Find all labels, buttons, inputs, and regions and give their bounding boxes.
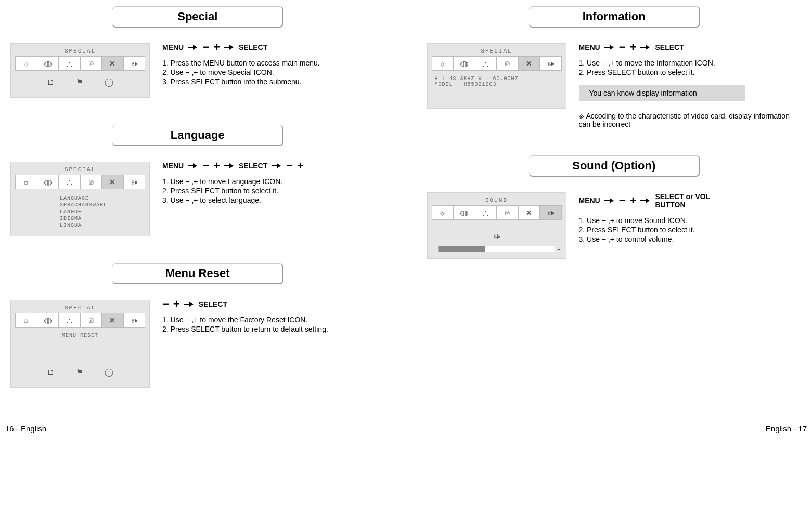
- tool-icon: [526, 59, 532, 68]
- arrow-icon: [272, 164, 282, 168]
- heading-label: Menu Reset: [112, 263, 283, 284]
- menu-label: MENU: [579, 197, 600, 205]
- step-text: 1. Press the MENU button to access main …: [162, 59, 385, 67]
- heading-label: Sound (Option): [529, 155, 700, 177]
- arrow-icon: [224, 45, 235, 49]
- instructions-special: MENU − + SELECT 1. Press the MENU button…: [162, 43, 385, 87]
- arrow-icon: [224, 164, 235, 168]
- osd-language: SPECIAL LANGUAGE SPRACHANSWAHL LANGUE ID…: [10, 162, 150, 236]
- screen-icon: [89, 178, 93, 186]
- position-icon: [67, 315, 72, 326]
- sound-icon: [131, 59, 137, 68]
- instructions-menu-reset: − + SELECT 1. Use − ,+ to move the Facto…: [162, 300, 385, 334]
- sound-icon: [547, 208, 554, 217]
- info-icon: [105, 77, 113, 89]
- color-icon: [45, 59, 51, 68]
- heading-information: Information: [529, 6, 700, 28]
- page-number-right: English - 17: [766, 424, 807, 433]
- menu-reset-label: MENU RESET: [15, 331, 145, 361]
- osd-title: SPECIAL: [15, 166, 145, 173]
- color-icon: [461, 208, 467, 217]
- color-icon: [461, 59, 467, 68]
- factory-icon: [76, 77, 83, 89]
- heading-label: Special: [112, 6, 283, 28]
- step-text: 3. Use − ,+ to select language.: [162, 196, 385, 204]
- factory-icon: [76, 367, 83, 379]
- color-icon: [45, 316, 51, 324]
- instructions-sound: MENU − + SELECT or VOL BUTTON 1. Use − ,…: [579, 192, 802, 244]
- step-text: 2. Press SELECT button to select it.: [579, 226, 802, 234]
- instructions-information: MENU − + SELECT 1. Use − ,+ to move the …: [579, 43, 802, 128]
- arrow-icon: [640, 45, 651, 49]
- menu-label: MENU: [162, 162, 184, 170]
- position-icon: [483, 207, 488, 218]
- step-text: 2. Use − ,+ to move Special ICON.: [162, 68, 385, 76]
- section-sound: SOUND - +: [427, 192, 802, 259]
- info-model: MODEL : H55021203: [435, 82, 559, 87]
- minus-icon: −: [202, 44, 209, 51]
- arrow-icon: [184, 302, 195, 306]
- screen-icon: [505, 208, 509, 217]
- brightness-icon: [439, 59, 446, 68]
- sound-icon: [547, 59, 554, 68]
- lang-item: LINGUA: [60, 223, 142, 228]
- brightness-icon: [23, 178, 30, 186]
- step-text: 2. Press SELECT button to return to defa…: [162, 325, 385, 333]
- lang-item: SPRACHANSWAHL: [60, 202, 142, 208]
- info-freq: H : 48.3KHZ V : 60.0OHZ: [435, 76, 559, 82]
- osd-menu-reset: SPECIAL MENU RESET: [10, 300, 150, 388]
- info-body: H : 48.3KHZ V : 60.0OHZ MODEL : H5502120…: [432, 74, 562, 104]
- osd-tabs: [15, 175, 145, 189]
- step-text: 2. Press SELECT button to select it.: [579, 68, 802, 76]
- sound-icon: [131, 178, 137, 186]
- reference-mark-icon: ※: [579, 113, 584, 120]
- minus-icon: −: [286, 162, 293, 169]
- step-text: 1. Use − ,+ to move the Factory Reset IC…: [162, 316, 385, 324]
- footnote-text: Accoding to the characteristic of video …: [579, 112, 790, 128]
- screen-icon: [505, 59, 509, 68]
- heading-menu-reset: Menu Reset: [112, 263, 283, 284]
- tool-icon: [526, 208, 532, 217]
- color-icon: [45, 178, 51, 186]
- select-label: SELECT: [239, 43, 267, 51]
- section-language: SPECIAL LANGUAGE SPRACHANSWAHL LANGUE ID…: [10, 162, 385, 236]
- right-page: Information SPECIAL H : 48.3KHZ V : 60.0…: [427, 0, 802, 409]
- plus-icon: +: [173, 300, 180, 308]
- osd-title: SOUND: [432, 197, 562, 203]
- footnote: ※Accoding to the characteristic of video…: [579, 112, 802, 128]
- tool-icon: [109, 316, 115, 324]
- plus-icon: +: [557, 246, 560, 252]
- osd-sound: SOUND - +: [427, 192, 566, 259]
- osd-tabs: [432, 56, 562, 71]
- plus-icon: +: [630, 44, 637, 51]
- position-icon: [67, 176, 72, 188]
- osd-title: SPECIAL: [15, 305, 145, 311]
- tool-icon: [109, 178, 115, 186]
- heading-label: Language: [112, 125, 283, 146]
- position-icon: [483, 58, 488, 69]
- button-sequence: − + SELECT: [162, 300, 385, 308]
- heading-label: Information: [529, 6, 700, 28]
- osd-sub-icons: [36, 77, 124, 89]
- section-menu-reset: SPECIAL MENU RESET −: [10, 300, 385, 388]
- lang-item: LANGUAGE: [60, 195, 142, 201]
- osd-sub-icons: [36, 367, 124, 379]
- left-page: Special SPECIAL: [10, 0, 385, 409]
- section-information: SPECIAL H : 48.3KHZ V : 60.0OHZ MODEL : …: [427, 43, 802, 128]
- plus-icon: +: [213, 162, 220, 169]
- step-text: 1. Use − ,+ to move the Information ICON…: [579, 59, 802, 67]
- sound-icon: [131, 316, 137, 324]
- osd-tabs: [432, 205, 562, 220]
- select-vol-label: SELECT or VOL BUTTON: [655, 192, 717, 209]
- page-number-left: 16 - English: [5, 424, 46, 433]
- osd-title: SPECIAL: [432, 48, 562, 54]
- osd-special: SPECIAL: [10, 43, 150, 98]
- menu-label: MENU: [579, 43, 600, 51]
- osd-tabs: [15, 56, 145, 71]
- menu-label: MENU: [162, 43, 184, 51]
- heading-special: Special: [112, 6, 283, 28]
- heading-sound: Sound (Option): [529, 155, 700, 177]
- osd-information: SPECIAL H : 48.3KHZ V : 60.0OHZ MODEL : …: [427, 43, 566, 109]
- step-text: 3. Use − ,+ to control volume.: [579, 235, 802, 243]
- volume-bar: - +: [433, 246, 561, 252]
